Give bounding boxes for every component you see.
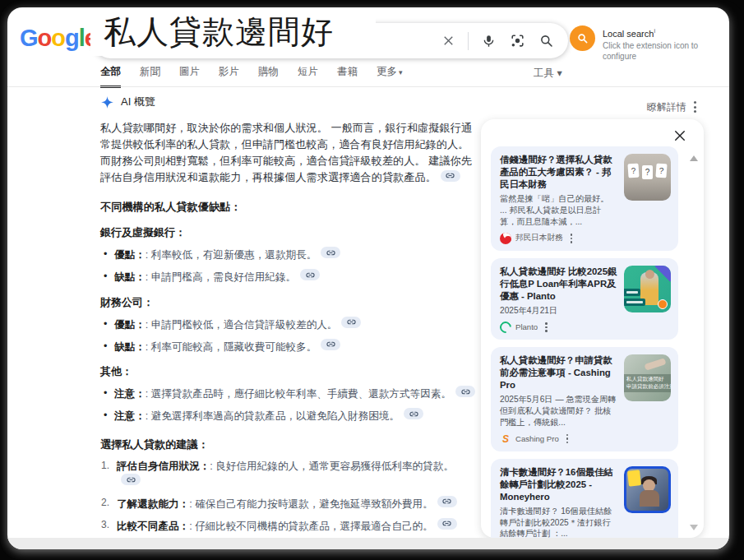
card-source: 邦民日本財務 (500, 233, 617, 244)
screen-background: Google 私人貸款邊間好 Local searchi (0, 0, 744, 560)
card-title[interactable]: 借錢邊間好？選擇私人貸款產品的五大考慮因素？ - 邦民日本財務 (500, 154, 617, 191)
planto-logo-icon (497, 319, 514, 336)
logo-letter: l (79, 26, 85, 50)
info-superscript: i (654, 27, 655, 35)
logo-letter: o (51, 26, 65, 50)
logo-letter: g (65, 26, 79, 50)
card-thumbnail (624, 266, 671, 312)
tab-videos[interactable]: 影片 (219, 65, 239, 88)
more-options-icon[interactable] (566, 434, 569, 444)
browser-window: Google 私人貸款邊間好 Local searchi (7, 7, 729, 549)
tab-books[interactable]: 書籍 (337, 65, 358, 88)
divider (468, 32, 469, 50)
scroll-up-icon[interactable] (690, 155, 698, 161)
list-item: •缺點：: 利率可能較高，隱藏收費可能較多。 (100, 339, 477, 354)
search-tabs: 全部 新聞 圖片 影片 購物 短片 書籍 更多▾ (100, 65, 403, 88)
citation-link-chip[interactable] (341, 317, 361, 328)
tab-shopping[interactable]: 購物 (258, 65, 279, 88)
window-bottom-strip (7, 538, 729, 549)
close-icon[interactable] (672, 128, 687, 143)
source-card[interactable]: 私人貸款邊間好 比較2025銀行低息P Loan年利率APR及優惠 - Plan… (491, 258, 678, 340)
more-options-icon[interactable] (571, 234, 573, 243)
card-source: Planto (500, 322, 617, 333)
source-card[interactable]: 借錢邊間好？選擇私人貸款產品的五大考慮因素？ - 邦民日本財務 當然是揀「啱」自… (491, 146, 678, 251)
citation-link-chip[interactable] (404, 408, 423, 419)
divider (7, 86, 729, 87)
ai-sparkle-icon (100, 95, 114, 109)
list-item: •缺點：: 申請門檻高，需良好信用紀錄。 (100, 269, 477, 285)
list-item: 2.了解還款能力：: 確保自己有能力按時還款，避免拖延導致額外費用。 (100, 496, 477, 511)
card-snippet: 2025年5月6日 — 急需現金周轉但到底私人貸款邊間好？ 批核門檻上，傳統銀.… (500, 394, 617, 428)
sources-panel: 借錢邊間好？選擇私人貸款產品的五大考慮因素？ - 邦民日本財務 當然是揀「啱」自… (481, 119, 704, 538)
citation-link-chip[interactable] (437, 496, 457, 507)
clear-icon[interactable] (439, 32, 457, 50)
bunmin-logo-icon (500, 233, 511, 244)
tab-short-videos[interactable]: 短片 (298, 65, 318, 88)
search-query-text: 私人貸款邊間好 (104, 10, 334, 54)
card-thumbnail (624, 466, 671, 513)
tab-news[interactable]: 新聞 (140, 65, 160, 88)
subsection-heading: 銀行及虛擬銀行： (100, 225, 477, 240)
list-item: •注意：: 避免選擇利率過高的貸款產品，以避免陷入財務困境。 (100, 408, 477, 423)
extension-hint: Click the extension icon to configure (603, 41, 729, 62)
section-heading: 選擇私人貸款的建議： (100, 437, 477, 452)
card-thumbnail: 私人貸款邊間好申請貸款前必須注意事 (624, 354, 671, 401)
subsection-heading: 財務公司： (100, 295, 477, 310)
chevron-down-icon: ▾ (399, 68, 403, 76)
section-heading: 不同機構的私人貸款優缺點： (100, 200, 477, 215)
tab-more[interactable]: 更多▾ (377, 65, 403, 88)
tools-button[interactable]: 工具 ▾ (534, 67, 562, 81)
ai-overview-label: AI 概覽 (121, 95, 155, 109)
citation-link-chip[interactable] (121, 474, 141, 485)
list-item: 3.比較不同產品：: 仔細比較不同機構的貸款產品，選擇最適合自己的。 (100, 518, 477, 534)
ai-overview-header: AI 概覽 (100, 95, 477, 109)
logo-letter: G (20, 26, 38, 50)
card-title[interactable]: 私人貸款邊間好 比較2025銀行低息P Loan年利率APR及優惠 - Plan… (500, 266, 617, 303)
search-icon[interactable] (537, 32, 555, 50)
citation-link-chip[interactable] (455, 386, 475, 397)
bullet-list: •優點：: 申請門檻較低，適合信貸評級較差的人。 •缺點：: 利率可能較高，隱藏… (100, 317, 477, 354)
list-item: •注意：: 選擇貸款產品時，應仔細比較年利率、手續費、還款方式等因素。 (100, 386, 477, 401)
citation-link-chip[interactable] (300, 269, 320, 280)
numbered-list: 1.評估自身信用狀況：: 良好信用紀錄的人，通常更容易獲得低利率的貸款。 2.了… (100, 459, 477, 549)
list-item: •優點：: 利率較低，有迎新優惠，還款期長。 (100, 247, 477, 262)
citation-link-chip[interactable] (321, 339, 340, 350)
scroll-down-icon[interactable] (690, 525, 698, 530)
citation-link-chip[interactable] (441, 170, 460, 182)
google-logo[interactable]: Google (20, 26, 97, 50)
list-item: •優點：: 申請門檻較低，適合信貸評級較差的人。 (100, 317, 477, 332)
source-card[interactable]: 私人貸款邊間好？申請貸款前必需注意事項 - Cashing Pro 2025年5… (491, 347, 678, 451)
subsection-heading: 其他： (100, 364, 477, 379)
card-title[interactable]: 清卡數邊間好？16個最佳結餘轉戶計劃比較2025 - Moneyhero (500, 466, 617, 503)
tab-all[interactable]: 全部 (100, 65, 121, 88)
tab-images[interactable]: 圖片 (179, 65, 200, 88)
cashingpro-logo-icon: S (500, 433, 511, 445)
citation-link-chip[interactable] (321, 247, 340, 258)
card-snippet: 清卡數邊間好？ 16個最佳結餘轉戶計劃比較2025＊渣打銀行結餘轉戶計劃 ：..… (500, 506, 617, 540)
more-options-icon[interactable] (545, 322, 548, 332)
ai-intro-paragraph: 私人貸款哪間好，取決於你的需求和個人狀況。 一般而言，銀行和虛擬銀行通常提供較低… (100, 120, 477, 186)
source-card[interactable]: 清卡數邊間好？16個最佳結餘轉戶計劃比較2025 - Moneyhero 清卡數… (491, 459, 678, 549)
card-snippet: 當然是揀「啱」自己的最好。 ... 邦民私人貸款是以日息計算，而且息隨本減，..… (500, 193, 617, 228)
search-query-overlay: 私人貸款邊間好 (90, 8, 376, 56)
citation-link-chip[interactable] (437, 518, 457, 530)
bullet-list: •優點：: 利率較低，有迎新優惠，還款期長。 •缺點：: 申請門檻高，需良好信用… (100, 247, 477, 285)
logo-letter: o (38, 26, 52, 50)
extension-badge-icon[interactable] (570, 25, 595, 51)
bullet-list: •注意：: 選擇貸款產品時，應仔細比較年利率、手續費、還款方式等因素。 •注意：… (100, 386, 477, 423)
learn-more-link[interactable]: 瞭解詳情 (647, 100, 686, 114)
card-title[interactable]: 私人貸款邊間好？申請貸款前必需注意事項 - Cashing Pro (500, 354, 617, 391)
card-date: 2025年4月21日 (500, 305, 617, 317)
card-thumbnail: ? ? ? (624, 154, 671, 201)
extension-name: Local searchi (603, 29, 655, 39)
local-search-extension[interactable]: Local searchi Click the extension icon t… (570, 25, 729, 62)
source-cards-list: 借錢邊間好？選擇私人貸款產品的五大考慮因素？ - 邦民日本財務 當然是揀「啱」自… (491, 146, 678, 549)
card-source: S Cashing Pro (500, 433, 617, 445)
microphone-icon[interactable] (479, 32, 497, 50)
lens-camera-icon[interactable] (508, 32, 526, 50)
ai-overview-section: AI 概覽 私人貸款哪間好，取決於你的需求和個人狀況。 一般而言，銀行和虛擬銀行… (100, 95, 477, 549)
overview-menu-icon[interactable] (692, 100, 698, 114)
list-item: 1.評估自身信用狀況：: 良好信用紀錄的人，通常更容易獲得低利率的貸款。 (100, 459, 477, 489)
